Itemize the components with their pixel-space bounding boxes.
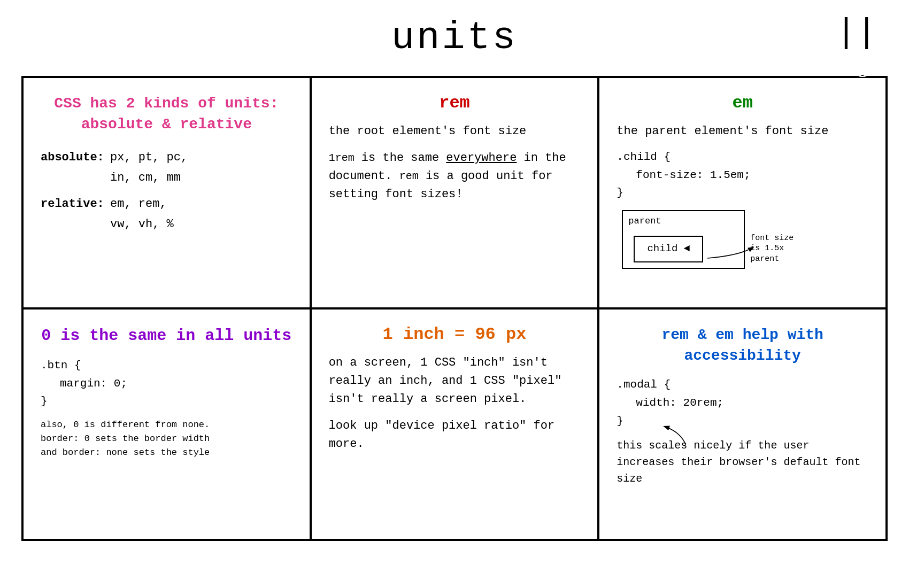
relative-label: relative: [41, 194, 105, 214]
card4-desc3: and border: none sets the style [41, 446, 292, 460]
card4-code: .btn { margin: 0; } [41, 357, 292, 411]
card3-title: em [617, 93, 868, 113]
card6-body: .modal { width: 20rem; } this scales nic… [617, 376, 868, 487]
absolute-values: px, pt, pc, in, cm, mm [110, 148, 188, 188]
card6-desc1: this scales nicely if the user increases… [617, 437, 868, 487]
card2-1rem: 1rem [329, 152, 355, 164]
absolute-label: absolute: [41, 148, 105, 167]
card-css-kinds: CSS has 2 kinds of units: absolute & rel… [22, 77, 311, 308]
card4-title: 0 is the same in all units [41, 324, 292, 347]
em-arrow-label: font size is 1.5x parent [750, 233, 806, 265]
card4-body: .btn { margin: 0; } also, 0 is different… [41, 357, 292, 460]
card6-title: rem & em help with accessibility [617, 324, 868, 366]
em-parent-box: parent child ◄ [622, 210, 745, 269]
card5-desc2: look up "device pixel ratio" for more. [329, 417, 581, 453]
card6-arrow-svg [659, 421, 702, 448]
card4-desc1: also, 0 is different from none. [41, 418, 292, 432]
page-title: units [0, 0, 909, 71]
card3-body: the parent element's font size .child { … [617, 122, 868, 277]
card-accessibility: rem & em help with accessibility .modal … [598, 308, 887, 540]
card6-code: .modal { width: 20rem; } [617, 376, 868, 430]
em-diagram: parent child ◄ font size i [617, 207, 809, 277]
card2-desc1: the root element's font size [329, 122, 581, 141]
card-em: em the parent element's font size .child… [598, 77, 887, 308]
card2-everywhere: everywhere [446, 151, 517, 165]
abs-rel-list: absolute: px, pt, pc, in, cm, mm relativ… [41, 148, 292, 234]
em-parent-label: parent [628, 216, 661, 226]
cards-grid: CSS has 2 kinds of units: absolute & rel… [21, 76, 888, 541]
card2-desc2: 1rem is the same everywhere in the docum… [329, 149, 581, 204]
card5-body: on a screen, 1 CSS "inch" isn't really a… [329, 354, 581, 453]
card4-desc2: border: 0 sets the border width [41, 432, 292, 446]
card1-title: CSS has 2 kinds of units: absolute & rel… [41, 93, 292, 135]
absolute-row: absolute: px, pt, pc, in, cm, mm [41, 148, 292, 188]
card5-title: 1 inch = 96 px [329, 324, 581, 344]
card2-rem-code: rem [399, 170, 419, 182]
em-child-box: child ◄ [634, 236, 703, 262]
page-number: || [836, 16, 877, 50]
card3-desc1: the parent element's font size [617, 122, 868, 141]
card-rem: rem the root element's font size 1rem is… [311, 77, 599, 308]
relative-values: em, rem, vw, vh, % [110, 194, 174, 234]
card-inch: 1 inch = 96 px on a screen, 1 CSS "inch"… [311, 308, 599, 540]
relative-row: relative: em, rem, vw, vh, % [41, 194, 292, 234]
card-zero: 0 is the same in all units .btn { margin… [22, 308, 311, 540]
card2-title: rem [329, 93, 581, 113]
card5-desc1: on a screen, 1 CSS "inch" isn't really a… [329, 354, 581, 408]
card3-code: .child { font-size: 1.5em; } [617, 148, 868, 202]
card2-body: the root element's font size 1rem is the… [329, 122, 581, 204]
em-child-label: child ◄ [647, 241, 690, 257]
